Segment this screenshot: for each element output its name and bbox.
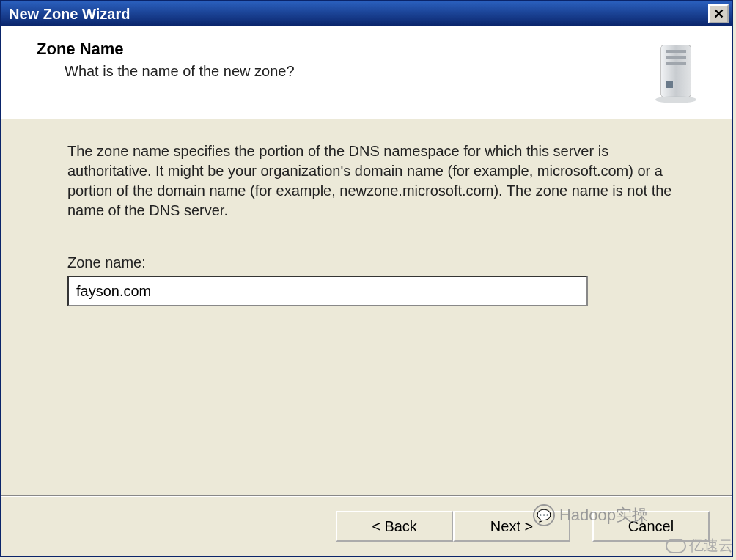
window-title: New Zone Wizard bbox=[9, 6, 130, 23]
server-icon bbox=[648, 40, 707, 106]
svg-rect-4 bbox=[666, 62, 686, 65]
svg-rect-5 bbox=[666, 81, 673, 88]
titlebar: New Zone Wizard ✕ bbox=[1, 1, 732, 26]
close-icon: ✕ bbox=[713, 6, 724, 22]
close-button[interactable]: ✕ bbox=[708, 4, 729, 23]
zone-name-label: Zone name: bbox=[67, 254, 673, 271]
zone-name-input[interactable] bbox=[67, 276, 588, 306]
wizard-window: New Zone Wizard ✕ Zone Name What is the … bbox=[0, 0, 733, 557]
svg-rect-2 bbox=[666, 50, 686, 53]
page-subheading: What is the name of the new zone? bbox=[65, 63, 648, 80]
wizard-body: The zone name specifies the portion of t… bbox=[1, 119, 732, 495]
svg-point-6 bbox=[655, 96, 696, 103]
button-row: < Back Next > Cancel bbox=[1, 497, 732, 556]
cancel-button[interactable]: Cancel bbox=[592, 511, 710, 542]
page-heading: Zone Name bbox=[37, 40, 648, 59]
svg-rect-3 bbox=[666, 56, 686, 59]
description-text: The zone name specifies the portion of t… bbox=[67, 141, 673, 221]
header-text: Zone Name What is the name of the new zo… bbox=[31, 40, 648, 80]
back-button[interactable]: < Back bbox=[336, 511, 453, 542]
next-button[interactable]: Next > bbox=[453, 511, 570, 542]
wizard-header: Zone Name What is the name of the new zo… bbox=[1, 26, 732, 119]
svg-rect-1 bbox=[661, 45, 691, 97]
